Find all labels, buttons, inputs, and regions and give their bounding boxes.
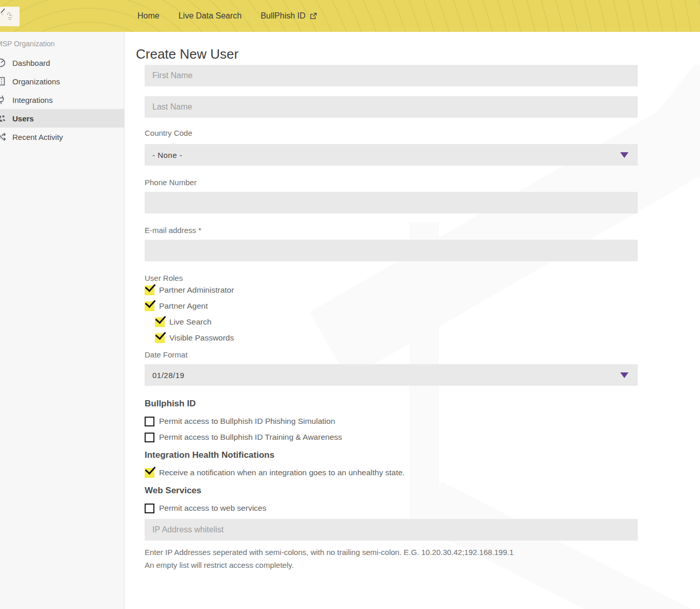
- last-name-input[interactable]: [145, 96, 638, 118]
- people-icon: [0, 113, 8, 124]
- external-link-icon: [309, 12, 318, 20]
- ip-whitelist-help: Enter IP Addresses seperated with semi-c…: [145, 546, 638, 571]
- checkbox-partner-administrator[interactable]: [145, 285, 154, 295]
- sidebar-item-recent-activity[interactable]: Recent Activity: [0, 128, 124, 146]
- sidebar-item-label: Recent Activity: [12, 133, 63, 141]
- sidebar-item-label: Dashboard: [12, 59, 50, 67]
- ip-help-line-2: An empty list will restrict access compl…: [145, 559, 638, 571]
- page-title: Create New User: [136, 45, 638, 63]
- sidebar-menu: Dashboard Organizations Integrations Use…: [0, 53, 124, 146]
- checkbox-visible-passwords[interactable]: [155, 333, 165, 343]
- checkbox-label: Permit access to web services: [159, 504, 266, 513]
- country-code-select[interactable]: - None -: [145, 144, 638, 166]
- checkbox-label: Permit access to Bullphish ID Training &…: [159, 433, 342, 442]
- checkbox-phishing-simulation[interactable]: [145, 417, 154, 426]
- checkbox-partner-agent[interactable]: [145, 301, 154, 311]
- email-input[interactable]: [145, 240, 638, 261]
- ip-help-line-1: Enter IP Addresses seperated with semi-c…: [145, 546, 638, 559]
- ip-whitelist-input[interactable]: [145, 519, 638, 541]
- sidebar-item-users[interactable]: Users: [0, 109, 124, 128]
- nav-home-label: Home: [137, 11, 160, 21]
- date-format-select[interactable]: 01/28/19: [145, 364, 638, 386]
- nav-item-live-data-search[interactable]: Live Data Search: [179, 11, 242, 21]
- sidebar-item-label: Organizations: [12, 77, 60, 86]
- date-format-value: 01/28/19: [152, 371, 184, 380]
- sidebar-item-label: Integrations: [12, 96, 52, 104]
- country-code-value: - None -: [152, 151, 182, 159]
- email-label: E-mail address *: [145, 225, 638, 236]
- sidebar: MSP Organization Dashboard Organizations: [0, 32, 125, 609]
- plug-icon: [0, 94, 8, 105]
- checkbox-label: Live Search: [169, 317, 212, 327]
- sidebar-item-organizations[interactable]: Organizations: [0, 72, 124, 91]
- nav-item-home[interactable]: Home: [137, 11, 160, 21]
- checkbox-row-live-search[interactable]: Live Search: [155, 317, 638, 327]
- section-title-integration-health: Integration Health Notifications: [145, 450, 638, 461]
- app-logo[interactable]: [0, 7, 20, 26]
- checkbox-label: Receive a notification when an integrati…: [159, 468, 405, 477]
- logo-glyph-icon: [0, 7, 20, 26]
- checkbox-web-services[interactable]: [145, 504, 154, 513]
- sidebar-item-dashboard[interactable]: Dashboard: [0, 53, 124, 72]
- nav-item-bullphish-id[interactable]: BullPhish ID: [260, 11, 317, 21]
- building-icon: [0, 76, 8, 87]
- checkbox-row-unhealthy-notification[interactable]: Receive a notification when an integrati…: [145, 468, 638, 478]
- checkbox-row-web-services[interactable]: Permit access to web services: [145, 503, 638, 513]
- checkbox-label: Partner Administrator: [159, 285, 234, 295]
- sidebar-org-label: MSP Organization: [0, 40, 124, 50]
- country-code-label: Country Code: [145, 128, 638, 138]
- nav-live-data-search-label: Live Data Search: [179, 11, 242, 21]
- user-roles-label: User Roles: [145, 273, 638, 283]
- main-content: Create New User Country Code - None - Ph…: [125, 32, 700, 609]
- checkbox-training-awareness[interactable]: [145, 433, 154, 442]
- checkbox-unhealthy-notification[interactable]: [145, 468, 154, 478]
- phone-number-label: Phone Number: [145, 177, 638, 188]
- dashboard-gauge-icon: [0, 57, 8, 68]
- first-name-input[interactable]: [145, 65, 638, 86]
- checkbox-row-partner-agent[interactable]: Partner Agent: [145, 301, 638, 311]
- phone-number-input[interactable]: [145, 192, 638, 213]
- section-title-bullphish-id: Bullphish ID: [145, 398, 638, 409]
- checkbox-row-training-awareness[interactable]: Permit access to Bullphish ID Training &…: [145, 432, 638, 442]
- checkbox-row-partner-administrator[interactable]: Partner Administrator: [145, 285, 638, 295]
- checkbox-label: Partner Agent: [159, 301, 208, 311]
- nav-bullphish-label: BullPhish ID: [260, 11, 305, 21]
- section-title-web-services: Web Services: [145, 485, 638, 496]
- checkbox-label: Permit access to Bullphish ID Phishing S…: [159, 417, 335, 426]
- app-window: Home Live Data Search BullPhish ID MSP O…: [0, 0, 700, 609]
- shuffle-icon: [0, 131, 8, 142]
- date-format-label: Date Format: [145, 350, 638, 360]
- checkbox-live-search[interactable]: [155, 317, 165, 327]
- chevron-down-icon: [620, 152, 628, 158]
- create-user-form: Create New User Country Code - None - Ph…: [125, 45, 638, 571]
- sidebar-item-label: Users: [12, 114, 34, 123]
- sidebar-item-integrations[interactable]: Integrations: [0, 91, 124, 109]
- top-navigation-bar: Home Live Data Search BullPhish ID: [0, 0, 700, 32]
- checkbox-row-visible-passwords[interactable]: Visible Passwords: [155, 333, 638, 343]
- checkbox-label: Visible Passwords: [169, 333, 234, 343]
- chevron-down-icon: [620, 372, 628, 378]
- checkbox-row-phishing-simulation[interactable]: Permit access to Bullphish ID Phishing S…: [145, 416, 638, 426]
- nav-menu: Home Live Data Search BullPhish ID: [137, 0, 318, 32]
